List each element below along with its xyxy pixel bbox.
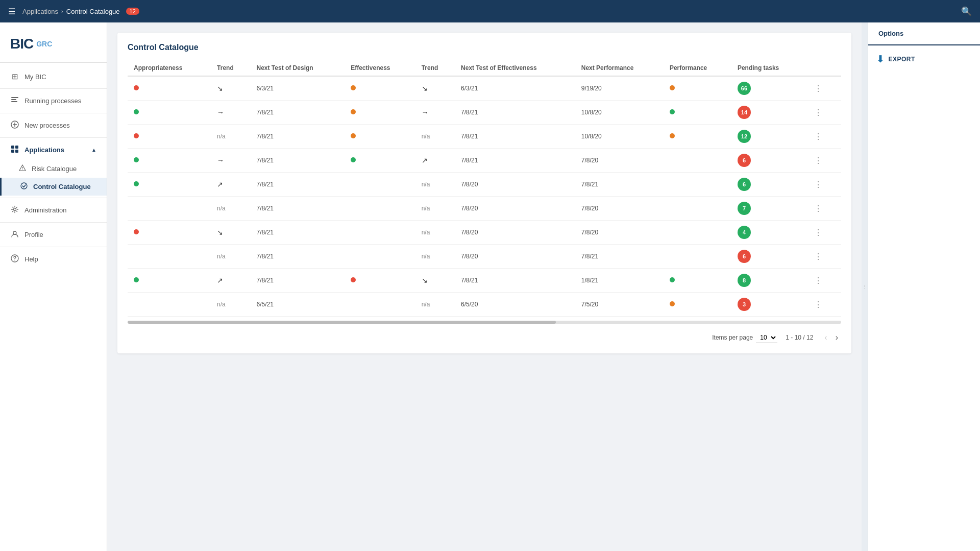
risk-catalogue-icon <box>18 164 27 173</box>
profile-icon <box>10 230 19 239</box>
row-more-button[interactable]: ⋮ <box>811 155 825 166</box>
cell-next-performance: 7/8/21 <box>575 173 664 197</box>
col-actions <box>805 60 841 76</box>
trend-icon: → <box>217 156 224 164</box>
cell-trend-1: n/a <box>211 197 250 221</box>
status-dot <box>134 181 139 186</box>
status-dot <box>670 85 675 90</box>
svg-rect-6 <box>11 146 14 149</box>
logo: BIC GRC <box>10 36 96 52</box>
sidebar-item-my-bic[interactable]: ⊞ My BIC <box>0 67 107 86</box>
cell-trend-2: n/a <box>415 245 455 269</box>
trend-icon: ↘ <box>422 84 428 92</box>
sidebar-item-label: Risk Catalogue <box>32 165 77 173</box>
sidebar-item-label: New processes <box>24 122 70 129</box>
next-page-button[interactable]: › <box>832 332 841 343</box>
sidebar-item-administration[interactable]: Administration <box>0 200 107 220</box>
status-dot <box>351 277 356 282</box>
sidebar-item-profile[interactable]: Profile <box>0 225 107 245</box>
applications-icon <box>10 145 19 155</box>
cell-actions: ⋮ <box>805 76 841 101</box>
cell-performance <box>664 269 731 293</box>
col-pending-tasks: Pending tasks <box>731 60 805 76</box>
trend-value: n/a <box>422 253 430 260</box>
logo-area: BIC GRC <box>0 28 107 63</box>
horizontal-scrollbar[interactable] <box>128 321 841 324</box>
pending-badge: 4 <box>738 226 751 239</box>
cell-next-test-design: 7/8/21 <box>251 221 345 245</box>
row-more-button[interactable]: ⋮ <box>811 203 825 214</box>
status-dot <box>351 157 356 162</box>
sidebar-item-applications[interactable]: Applications ▲ <box>0 140 107 160</box>
trend-value: n/a <box>422 301 430 308</box>
prev-page-button[interactable]: ‹ <box>821 332 830 343</box>
row-more-button[interactable]: ⋮ <box>811 299 825 310</box>
cell-next-test-effectiveness: 7/8/21 <box>455 125 575 149</box>
sidebar-item-label: Profile <box>24 231 43 238</box>
svg-point-13 <box>14 208 16 211</box>
control-catalogue-card: Control Catalogue Appropriateness Trend … <box>117 33 851 353</box>
administration-icon <box>10 205 19 215</box>
breadcrumb-apps[interactable]: Applications <box>22 8 58 15</box>
row-more-button[interactable]: ⋮ <box>811 83 825 94</box>
table-row: ↘ 6/3/21 ↘ 6/3/21 9/19/20 66 ⋮ <box>128 76 841 101</box>
cell-trend-1: n/a <box>211 125 250 149</box>
control-catalogue-icon <box>20 182 28 191</box>
row-more-button[interactable]: ⋮ <box>811 251 825 262</box>
status-dot <box>134 277 139 282</box>
row-more-button[interactable]: ⋮ <box>811 227 825 238</box>
pending-badge: 6 <box>738 154 751 167</box>
trend-value: n/a <box>217 133 226 140</box>
items-per-page-label: Items per page <box>712 334 753 341</box>
svg-point-16 <box>14 260 15 260</box>
status-dot <box>670 133 675 138</box>
cell-next-test-design: 7/8/21 <box>251 269 345 293</box>
sidebar-item-control-catalogue[interactable]: Control Catalogue <box>0 178 107 196</box>
status-dot <box>670 277 675 282</box>
trend-value: n/a <box>217 205 226 212</box>
tab-options[interactable]: Options <box>868 22 914 45</box>
sidebar-item-new-processes[interactable]: New processes <box>0 115 107 135</box>
cell-performance <box>664 149 731 173</box>
table-row: n/a 7/8/21 n/a 7/8/21 10/8/20 12 ⋮ <box>128 125 841 149</box>
row-more-button[interactable]: ⋮ <box>811 275 825 286</box>
cell-next-performance: 7/5/20 <box>575 293 664 317</box>
cell-next-test-design: 6/3/21 <box>251 76 345 101</box>
cell-effectiveness <box>345 76 415 101</box>
svg-point-11 <box>22 169 22 170</box>
row-more-button[interactable]: ⋮ <box>811 107 825 118</box>
cell-trend-1: ↘ <box>211 221 250 245</box>
resize-handle[interactable]: ⋮ <box>862 22 868 551</box>
cell-trend-1: ↘ <box>211 76 250 101</box>
cell-effectiveness <box>345 149 415 173</box>
cell-trend-1: ↗ <box>211 173 250 197</box>
new-processes-icon <box>10 121 19 130</box>
cell-effectiveness <box>345 269 415 293</box>
col-next-test-design: Next Test of Design <box>251 60 345 76</box>
cell-performance <box>664 293 731 317</box>
row-more-button[interactable]: ⋮ <box>811 179 825 190</box>
sidebar-item-help[interactable]: Help <box>0 249 107 269</box>
status-dot <box>134 85 139 90</box>
cell-next-test-design: 7/8/21 <box>251 173 345 197</box>
table-header-row: Appropriateness Trend Next Test of Desig… <box>128 60 841 76</box>
menu-icon[interactable]: ☰ <box>8 7 15 16</box>
sidebar-item-label: Applications <box>24 146 64 154</box>
cell-trend-2: n/a <box>415 125 455 149</box>
sidebar-item-risk-catalogue[interactable]: Risk Catalogue <box>0 160 107 178</box>
export-button[interactable]: ⬇ EXPORT <box>876 54 915 65</box>
search-icon[interactable]: 🔍 <box>961 6 972 17</box>
cell-pending-tasks: 6 <box>731 149 805 173</box>
pending-badge: 6 <box>738 178 751 191</box>
cell-actions: ⋮ <box>805 125 841 149</box>
right-panel: Options ⬇ EXPORT <box>868 22 980 551</box>
pending-badge: 7 <box>738 202 751 215</box>
sidebar-item-running-processes[interactable]: Running processes <box>0 91 107 111</box>
cell-appropriateness <box>128 149 211 173</box>
trend-icon: ↘ <box>422 276 428 284</box>
items-per-page-select[interactable]: 10 20 50 <box>756 332 777 343</box>
row-more-button[interactable]: ⋮ <box>811 131 825 142</box>
cell-trend-1: n/a <box>211 293 250 317</box>
cell-performance <box>664 221 731 245</box>
cell-effectiveness <box>345 173 415 197</box>
